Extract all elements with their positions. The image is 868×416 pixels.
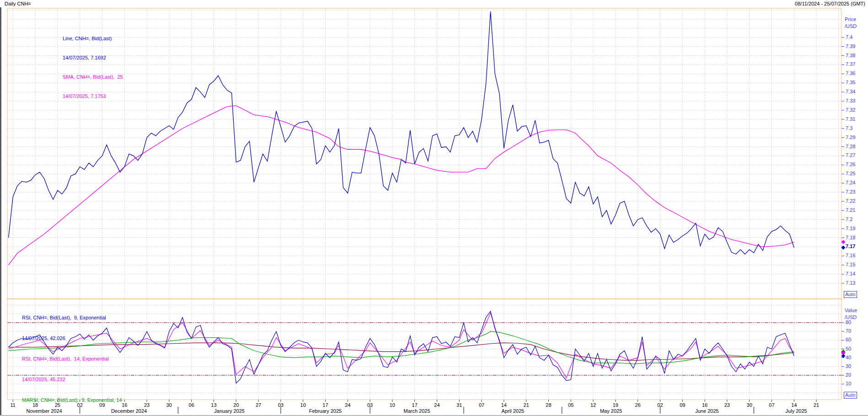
chart-window: Daily CNH= 08/11/2024 - 25/07/2025 (GMT)…: [0, 0, 868, 416]
current-value-marker-icon: [841, 245, 846, 249]
price-axis-auto-button[interactable]: Auto: [844, 291, 857, 298]
gridlines: [7, 8, 841, 400]
price-axis-unit-line1: Price: [845, 16, 856, 22]
sma25-line: [9, 106, 794, 265]
price-panel-border: [7, 8, 841, 299]
rsi-axis-unit-line1: Value: [845, 308, 857, 313]
rsi-series-rsi: [9, 311, 794, 383]
rsi-axis-auto-button[interactable]: Auto: [844, 392, 857, 399]
price-axis-unit-line2: /USD: [845, 23, 857, 29]
price-line: [9, 11, 794, 254]
chart-plot-area[interactable]: [0, 0, 868, 416]
current-value-marker-icon: [841, 354, 846, 358]
current-value-marker-icon: [841, 240, 846, 244]
rsi-axis-unit-line2: /USD: [845, 314, 857, 320]
